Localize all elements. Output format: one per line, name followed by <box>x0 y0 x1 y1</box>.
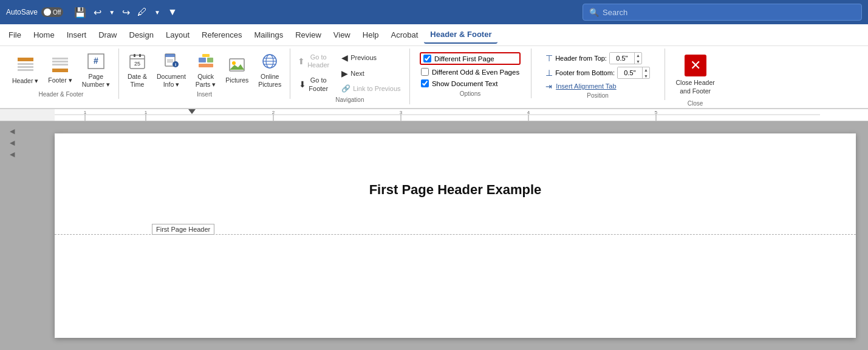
menu-file[interactable]: File <box>2 27 27 43</box>
menu-view[interactable]: View <box>327 27 357 43</box>
different-first-page-checkbox[interactable] <box>423 55 431 62</box>
footer-bottom-label: Footer from Bottom: <box>555 69 615 76</box>
hf-group-label: Header & Footer <box>9 91 114 99</box>
menu-insert[interactable]: Insert <box>61 27 93 43</box>
undo-dropdown-icon[interactable]: ▼ <box>106 8 117 17</box>
svg-rect-16 <box>165 54 175 57</box>
group-close: ✕ Close Headerand Footer Close <box>665 49 726 108</box>
menu-review[interactable]: Review <box>289 27 327 43</box>
svg-text:1: 1 <box>145 110 148 115</box>
insert-alignment-tab-button[interactable]: Insert Alignment Tab <box>555 81 617 91</box>
save-icon[interactable]: 💾 <box>72 5 89 19</box>
navigation-group-label: Navigation <box>295 96 404 104</box>
header-button[interactable]: Header ▾ <box>9 55 42 87</box>
header-top-spinner[interactable]: ▲ ▼ <box>609 52 642 64</box>
margin-arrow-1[interactable]: ◀ <box>10 127 15 135</box>
menu-mailings[interactable]: Mailings <box>248 27 290 43</box>
pictures-button[interactable]: Pictures <box>222 55 252 86</box>
options-group-label: Options <box>415 90 526 98</box>
different-odd-even-label: Different Odd & Even Pages <box>432 69 519 76</box>
page-number-button[interactable]: # PageNumber ▾ <box>78 51 114 90</box>
menu-design[interactable]: Design <box>123 27 160 43</box>
title-bar: AutoSave Off 💾 ↩ ▼ ↪ 🖊 ▼ ▼ 🔍 <box>0 0 868 24</box>
online-pictures-button[interactable]: OnlinePictures <box>255 51 285 90</box>
margin-arrow-3[interactable]: ◀ <box>10 150 15 158</box>
goto-header-icon: ⬆ <box>298 56 305 67</box>
menu-help[interactable]: Help <box>357 27 385 43</box>
group-options: Different First Page Different Odd & Eve… <box>410 49 531 98</box>
position-inner: ⊤ Header from Top: ▲ ▼ ⊥ Footer from Bot… <box>545 49 650 91</box>
quick-parts-button[interactable]: QuickParts ▾ <box>192 51 219 90</box>
date-time-button[interactable]: 25 Date &Time <box>124 51 151 90</box>
close-label: Close Headerand Footer <box>676 79 715 95</box>
show-doc-text-row[interactable]: Show Document Text <box>420 79 521 88</box>
group-position: ⊤ Header from Top: ▲ ▼ ⊥ Footer from Bot… <box>531 49 665 100</box>
autosave-area: AutoSave Off <box>6 7 63 17</box>
different-first-page-row[interactable]: Different First Page <box>420 52 521 65</box>
online-pictures-label: OnlinePictures <box>258 73 281 88</box>
footer-bottom-icon: ⊥ <box>545 68 553 78</box>
doc-area: First Page Header Example First Page Hea… <box>24 121 868 350</box>
document-info-button[interactable]: i DocumentInfo ▾ <box>153 51 190 90</box>
menu-layout[interactable]: Layout <box>160 27 196 43</box>
svg-text:#: # <box>94 56 98 66</box>
svg-text:1: 1 <box>84 110 87 115</box>
footer-bottom-input[interactable] <box>618 67 642 78</box>
next-label: Next <box>350 70 364 77</box>
previous-icon: ◀ <box>341 53 348 62</box>
margin-arrow-2[interactable]: ◀ <box>10 139 15 147</box>
previous-button[interactable]: ◀ Previous <box>338 51 404 64</box>
quick-parts-icon <box>197 53 214 72</box>
footer-bottom-down[interactable]: ▼ <box>643 73 649 79</box>
content-area: ◀ ◀ ◀ First Page Header Example First Pa… <box>0 121 868 350</box>
menu-header-footer[interactable]: Header & Footer <box>424 26 497 44</box>
header-top-up[interactable]: ▲ <box>635 52 641 58</box>
link-to-prev-button[interactable]: 🔗 Link to Previous <box>338 82 404 95</box>
footer-button[interactable]: Footer ▾ <box>44 55 75 86</box>
svg-rect-22 <box>207 58 213 62</box>
menu-home[interactable]: Home <box>27 27 61 43</box>
customize-dropdown-icon[interactable]: ▼ <box>152 8 163 17</box>
svg-rect-0 <box>18 58 33 61</box>
footer-icon <box>51 56 69 75</box>
toggle-knob <box>44 8 51 16</box>
header-top-down[interactable]: ▼ <box>635 58 641 64</box>
header-label: Header ▾ <box>12 77 38 85</box>
doc-title: First Page Header Example <box>103 182 807 198</box>
different-odd-even-row[interactable]: Different Odd & Even Pages <box>420 67 521 76</box>
footer-label: Footer ▾ <box>48 76 72 84</box>
online-pictures-icon <box>261 53 278 72</box>
menu-references[interactable]: References <box>196 27 248 43</box>
svg-rect-2 <box>18 66 33 68</box>
header-icon <box>16 56 35 76</box>
left-margin: ◀ ◀ ◀ <box>0 121 24 350</box>
show-doc-text-checkbox[interactable] <box>421 79 429 87</box>
header-top-icon: ⊤ <box>545 53 553 63</box>
menu-acrobat[interactable]: Acrobat <box>385 27 425 43</box>
menu-draw[interactable]: Draw <box>92 27 123 43</box>
link-to-prev-label: Link to Previous <box>353 85 400 92</box>
footer-bottom-up[interactable]: ▲ <box>643 67 649 73</box>
align-tab-icon: ⇥ <box>545 82 552 91</box>
toggle-state: Off <box>53 9 61 16</box>
close-header-footer-button[interactable]: ✕ Close Headerand Footer <box>670 51 721 99</box>
search-input[interactable] <box>603 8 855 17</box>
more-icon[interactable]: ▼ <box>165 5 180 19</box>
autosave-toggle[interactable]: Off <box>41 7 63 17</box>
next-button[interactable]: ▶ Next <box>338 67 404 80</box>
close-x-icon: ✕ <box>685 55 706 76</box>
goto-header-button[interactable]: ⬆ Go toHeader <box>295 51 332 72</box>
group-header-footer: Header ▾ Footer ▾ # PageNumber ▾ Header … <box>4 49 119 99</box>
customize-icon[interactable]: 🖊 <box>135 5 149 19</box>
footer-bottom-spinner[interactable]: ▲ ▼ <box>617 67 650 79</box>
svg-text:4: 4 <box>527 110 530 115</box>
goto-footer-button[interactable]: ⬇ Go toFooter <box>295 74 332 95</box>
redo-icon[interactable]: ↪ <box>120 5 132 19</box>
ruler-inner: 1 1 2 3 4 5 <box>55 109 868 121</box>
header-top-input[interactable] <box>610 53 634 64</box>
different-odd-even-checkbox[interactable] <box>421 68 429 76</box>
svg-text:3: 3 <box>400 110 403 115</box>
search-box[interactable]: 🔍 <box>583 4 862 21</box>
quick-parts-label: QuickParts ▾ <box>196 73 216 88</box>
undo-icon[interactable]: ↩ <box>91 5 104 19</box>
